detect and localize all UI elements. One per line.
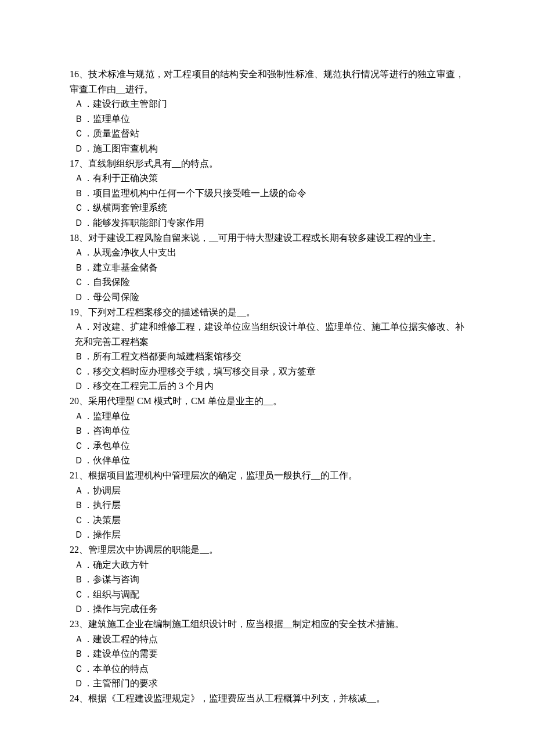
option-b: Ｂ．建立非基金储备 [70, 260, 464, 275]
option-d: Ｄ．主管部门的要求 [70, 676, 464, 691]
option-d: Ｄ．母公司保险 [70, 290, 464, 305]
option-a: Ａ．监理单位 [70, 409, 464, 424]
question-stem: 23、建筑施工企业在编制施工组织设计时，应当根据__制定相应的安全技术措施。 [70, 617, 464, 632]
option-c: Ｃ．纵横两套管理系统 [70, 200, 464, 215]
option-d: Ｄ．操作层 [70, 527, 464, 542]
option-a: Ａ．建设行政主管部门 [70, 96, 464, 111]
question-stem: 18、对于建设工程风险自留来说，__可用于特大型建设工程或长期有较多建设工程的业… [70, 231, 464, 246]
option-a: Ａ．有利于正确决策 [70, 171, 464, 186]
option-b: Ｂ．建设单位的需要 [70, 646, 464, 661]
option-d: Ｄ．能够发挥职能部门专家作用 [70, 215, 464, 231]
option-b: Ｂ．所有工程文档都要向城建档案馆移交 [70, 349, 464, 364]
option-d: Ｄ．施工图审查机构 [70, 141, 464, 156]
question-stem: 20、采用代理型 CM 模式时，CM 单位是业主的__。 [70, 394, 464, 409]
option-b: Ｂ．咨询单位 [70, 423, 464, 438]
question-stem: 19、下列对工程档案移交的描述错误的是__。 [70, 305, 464, 320]
question-block-17: 17、直线制组织形式具有__的特点。 Ａ．有利于正确决策 Ｂ．项目监理机构中任何… [70, 156, 464, 231]
question-stem: 16、技术标准与规范，对工程项目的结构安全和强制性标准、规范执行情况等进行的独立… [70, 67, 464, 96]
question-block-19: 19、下列对工程档案移交的描述错误的是__。 Ａ．对改建、扩建和维修工程，建设单… [70, 305, 464, 394]
question-block-16: 16、技术标准与规范，对工程项目的结构安全和强制性标准、规范执行情况等进行的独立… [70, 67, 464, 156]
option-c: Ｃ．本单位的特点 [70, 661, 464, 676]
option-c: Ｃ．组织与调配 [70, 587, 464, 602]
option-a: Ａ．从现金净收人中支出 [70, 245, 464, 260]
option-c: Ｃ．质量监督站 [70, 126, 464, 141]
question-stem: 22、管理层次中协调层的职能是__。 [70, 542, 464, 557]
option-a: Ａ．确定大政方针 [70, 557, 464, 573]
option-b: Ｂ．监理单位 [70, 111, 464, 127]
option-b: Ｂ．执行层 [70, 498, 464, 513]
option-c: Ｃ．移交文档时应办理移交手续，填写移交目录，双方签章 [70, 364, 464, 379]
option-b: Ｂ．参谋与咨询 [70, 572, 464, 587]
option-b: Ｂ．项目监理机构中任何一个下级只接受唯一上级的命令 [70, 186, 464, 201]
option-d: Ｄ．移交在工程完工后的 3 个月内 [70, 379, 464, 394]
question-stem: 21、根据项目监理机构中管理层次的确定，监理员一般执行__的工作。 [70, 468, 464, 483]
question-stem: 24、根据《工程建设监理规定》，监理费应当从工程概算中列支，并核减__。 [70, 691, 464, 706]
option-d: Ｄ．伙伴单位 [70, 453, 464, 468]
option-a: Ａ．协调层 [70, 483, 464, 498]
question-block-23: 23、建筑施工企业在编制施工组织设计时，应当根据__制定相应的安全技术措施。 Ａ… [70, 617, 464, 691]
option-c: Ｃ．承包单位 [70, 438, 464, 453]
option-c: Ｃ．自我保险 [70, 275, 464, 290]
question-block-24: 24、根据《工程建设监理规定》，监理费应当从工程概算中列支，并核减__。 [70, 691, 464, 706]
option-c: Ｃ．决策层 [70, 513, 464, 528]
question-block-20: 20、采用代理型 CM 模式时，CM 单位是业主的__。 Ａ．监理单位 Ｂ．咨询… [70, 394, 464, 468]
question-block-22: 22、管理层次中协调层的职能是__。 Ａ．确定大政方针 Ｂ．参谋与咨询 Ｃ．组织… [70, 542, 464, 617]
document-page: 16、技术标准与规范，对工程项目的结构安全和强制性标准、规范执行情况等进行的独立… [0, 0, 534, 753]
option-a: Ａ．对改建、扩建和维修工程，建设单位应当组织设计单位、监理单位、施工单位据实修改… [70, 319, 464, 349]
option-d: Ｄ．操作与完成任务 [70, 602, 464, 617]
question-stem: 17、直线制组织形式具有__的特点。 [70, 156, 464, 171]
question-block-21: 21、根据项目监理机构中管理层次的确定，监理员一般执行__的工作。 Ａ．协调层 … [70, 468, 464, 542]
question-block-18: 18、对于建设工程风险自留来说，__可用于特大型建设工程或长期有较多建设工程的业… [70, 231, 464, 305]
option-a: Ａ．建设工程的特点 [70, 632, 464, 647]
